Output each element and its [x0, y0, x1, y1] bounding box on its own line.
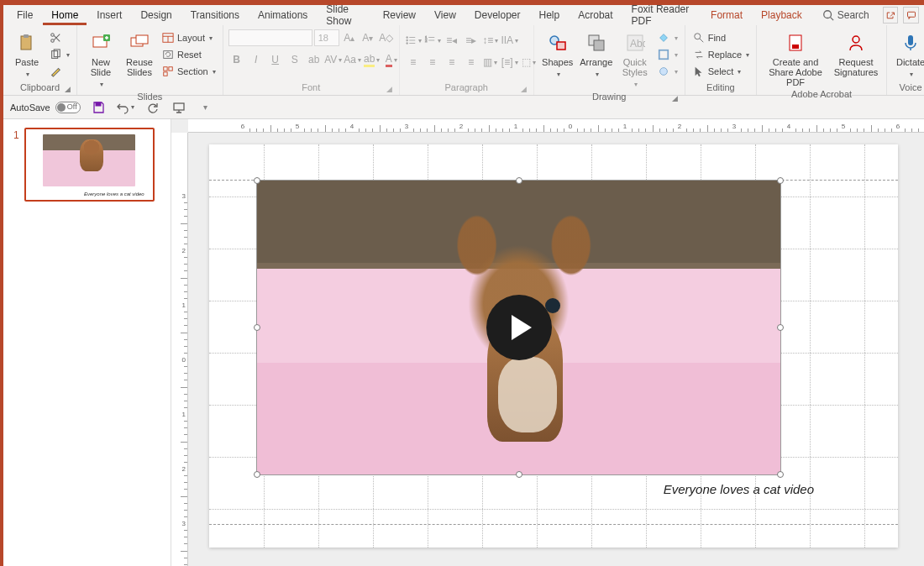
shape-outline-button[interactable] [655, 46, 680, 63]
slide-caption-text[interactable]: Everyone loves a cat video [664, 482, 814, 496]
paste-label: Paste [15, 57, 39, 67]
reuse-slides-button[interactable]: Reuse Slides [121, 29, 158, 77]
replace-button[interactable]: Replace [690, 46, 751, 63]
tab-format[interactable]: Format [702, 6, 751, 25]
format-painter-button[interactable] [47, 63, 71, 80]
align-text-button[interactable]: [≡] [501, 54, 518, 71]
font-color-button[interactable]: A [383, 51, 400, 68]
resize-handle-ne[interactable] [777, 177, 784, 184]
spacing-button[interactable]: AV [325, 51, 342, 68]
tab-view[interactable]: View [426, 6, 465, 25]
resize-handle-sw[interactable] [254, 471, 260, 478]
align-left-button[interactable]: ≡ [405, 54, 422, 71]
tab-help[interactable]: Help [531, 6, 569, 25]
request-sig-button[interactable]: Request Signatures [831, 29, 881, 77]
resize-handle-nw[interactable] [254, 177, 260, 184]
smartart-button[interactable]: ⬚ [521, 54, 538, 71]
tab-developer[interactable]: Developer [466, 6, 529, 25]
align-center-button[interactable]: ≡ [424, 54, 441, 71]
bold-button[interactable]: B [228, 51, 245, 68]
group-paragraph-label: Paragraph [445, 82, 488, 92]
svg-rect-43 [908, 35, 913, 45]
shadow-button[interactable]: ab [306, 51, 323, 68]
tab-playback[interactable]: Playback [753, 6, 811, 25]
create-pdf-button[interactable]: Create and Share Adobe PDF [762, 29, 829, 87]
paste-button[interactable]: Paste [8, 29, 45, 80]
cut-button[interactable] [47, 29, 71, 46]
resize-handle-se[interactable] [777, 471, 784, 478]
video-placeholder[interactable] [256, 180, 781, 475]
change-case-button[interactable]: Aa [344, 51, 361, 68]
quick-styles-button[interactable]: AbcQuick Styles [617, 29, 654, 90]
reset-button[interactable]: Reset [160, 46, 218, 63]
italic-button[interactable]: I [248, 51, 265, 68]
clear-format-button[interactable]: A◇ [378, 29, 395, 46]
tab-design[interactable]: Design [132, 6, 180, 25]
resize-handle-w[interactable] [254, 324, 260, 331]
vertical-ruler[interactable]: 3210123 [171, 133, 188, 566]
resize-handle-s[interactable] [516, 471, 522, 478]
autosave-toggle[interactable]: AutoSave Off [10, 102, 81, 113]
align-right-button[interactable]: ≡ [444, 54, 460, 71]
grow-font-button[interactable]: A▴ [341, 29, 358, 46]
indent-dec-button[interactable]: ≡◂ [444, 32, 460, 49]
font-launcher[interactable]: ◢ [386, 85, 394, 93]
paragraph-launcher[interactable]: ◢ [520, 85, 528, 93]
toggle-switch[interactable]: Off [55, 102, 81, 113]
svg-point-38 [694, 34, 700, 39]
slide-canvas[interactable]: Everyone loves a cat video [209, 144, 898, 548]
slide-editor[interactable]: 6543210123456 3210123 [171, 119, 924, 566]
find-button[interactable]: Find [690, 29, 751, 46]
arrange-button[interactable]: Arrange [578, 29, 615, 80]
horizontal-ruler[interactable]: 6543210123456 [188, 119, 924, 133]
tab-review[interactable]: Review [375, 6, 424, 25]
clipboard-launcher[interactable]: ◢ [63, 85, 71, 93]
highlight-button[interactable]: ab [364, 51, 381, 68]
line-spacing-button[interactable]: ↕≡ [482, 32, 499, 49]
shape-fill-button[interactable] [655, 29, 680, 46]
tab-home[interactable]: Home [43, 6, 87, 25]
columns-button[interactable]: ▥ [482, 54, 499, 71]
comments-button[interactable] [903, 7, 919, 24]
section-label: Section [177, 66, 208, 76]
margin-guide-bottom [209, 524, 898, 525]
share-button[interactable] [883, 7, 899, 24]
numbering-button[interactable]: 12 [424, 32, 441, 49]
underline-button[interactable]: U [267, 51, 284, 68]
text-direction-button[interactable]: IIA [501, 32, 518, 49]
shrink-font-button[interactable]: A▾ [360, 29, 376, 46]
strike-button[interactable]: S [286, 51, 303, 68]
layout-button[interactable]: Layout [160, 29, 218, 46]
shape-effects-button[interactable] [655, 63, 680, 80]
tab-file[interactable]: File [8, 6, 41, 25]
bullets-button[interactable] [405, 32, 422, 49]
toggle-off-label: Off [67, 102, 77, 111]
justify-button[interactable]: ≡ [463, 54, 480, 71]
slide-thumbnail-1[interactable]: Everyone loves a cat video [24, 128, 155, 202]
new-slide-button[interactable]: New Slide [82, 29, 119, 90]
svg-point-42 [853, 36, 859, 43]
drawing-launcher[interactable]: ◢ [671, 94, 680, 102]
group-editing-label: Editing [706, 82, 735, 92]
shapes-button[interactable]: Shapes [539, 29, 576, 80]
copy-button[interactable] [47, 46, 71, 63]
indent-inc-button[interactable]: ≡▸ [463, 32, 480, 49]
tab-animations[interactable]: Animations [249, 6, 316, 25]
outline-icon [657, 48, 670, 61]
font-size-input[interactable] [314, 29, 339, 46]
slide-thumbnails-panel[interactable]: 1 Everyone loves a cat video [3, 119, 171, 566]
section-button[interactable]: Section [160, 63, 218, 80]
tab-insert[interactable]: Insert [88, 6, 130, 25]
resize-handle-n[interactable] [516, 177, 522, 184]
play-button[interactable] [486, 295, 552, 360]
new-slide-label: New Slide [84, 57, 118, 77]
quick-styles-label: Quick Styles [618, 57, 652, 77]
search-box[interactable]: Search [814, 9, 878, 21]
dictate-button[interactable]: Dictate [892, 29, 924, 80]
resize-handle-e[interactable] [777, 324, 784, 331]
font-name-input[interactable] [228, 29, 312, 46]
tab-acrobat[interactable]: Acrobat [570, 6, 621, 25]
select-button[interactable]: Select [690, 63, 751, 80]
svg-rect-18 [169, 67, 172, 71]
tab-transitions[interactable]: Transitions [182, 6, 248, 25]
